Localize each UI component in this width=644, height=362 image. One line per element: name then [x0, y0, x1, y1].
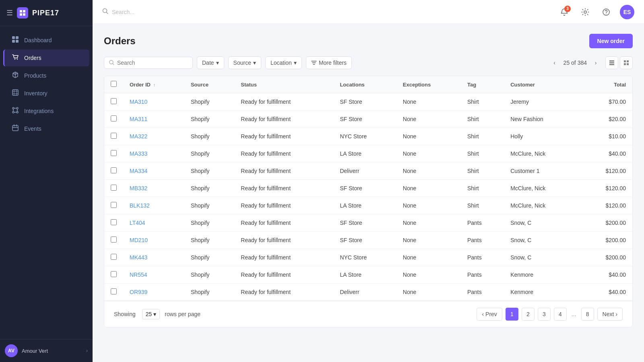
table-row: MK443 Shopify Ready for fulfillment NYC … [104, 249, 632, 266]
grid-view-button[interactable] [620, 56, 633, 69]
cell-total: $70.00 [580, 93, 632, 111]
settings-button[interactable] [578, 5, 592, 19]
row-checkbox[interactable] [111, 133, 117, 139]
order-id-link[interactable]: NR554 [130, 272, 147, 278]
row-checkbox[interactable] [111, 150, 117, 156]
orders-search-input[interactable] [117, 60, 188, 66]
cell-total: $40.00 [580, 284, 632, 301]
next-chevron-icon: › [615, 311, 617, 317]
select-all-checkbox[interactable] [111, 81, 117, 87]
row-checkbox[interactable] [111, 254, 117, 260]
help-button[interactable] [599, 5, 613, 19]
col-header-order-id: Order ID ↑ [123, 76, 184, 93]
topbar-search-input[interactable] [112, 9, 233, 15]
page-button-1[interactable]: 1 [506, 308, 518, 321]
table-row: MA333 Shopify Ready for fulfillment LA S… [104, 145, 632, 162]
order-id-link[interactable]: MA310 [130, 99, 147, 105]
svg-rect-0 [20, 10, 22, 12]
svg-rect-21 [609, 60, 614, 62]
row-checkbox[interactable] [111, 288, 117, 294]
page-button-2[interactable]: 2 [522, 308, 535, 321]
sidebar-item-label-inventory: Inventory [24, 90, 47, 97]
location-filter-button[interactable]: Location ▾ [265, 56, 302, 69]
order-id-link[interactable]: MA311 [130, 116, 147, 122]
page-button-4[interactable]: 4 [554, 308, 567, 321]
table-row: BLK132 Shopify Ready for fulfillment LA … [104, 197, 632, 214]
cell-order-id: NR554 [123, 266, 184, 284]
page-button-8[interactable]: 8 [581, 308, 594, 321]
footer-chevron-icon: › [86, 348, 88, 354]
cell-source: Shopify [184, 214, 234, 232]
date-filter-button[interactable]: Date ▾ [197, 56, 224, 69]
cell-source: Shopify [184, 93, 234, 111]
notification-badge: 3 [564, 6, 571, 12]
page-button-3[interactable]: 3 [538, 308, 551, 321]
row-checkbox[interactable] [111, 271, 117, 277]
row-checkbox[interactable] [111, 237, 117, 243]
cell-customer: Kenmore [504, 266, 580, 284]
more-filters-button[interactable]: More filters [306, 56, 352, 69]
date-chevron-icon: ▾ [216, 60, 219, 66]
sidebar-item-label-events: Events [24, 125, 41, 132]
cell-order-id: MD210 [123, 232, 184, 249]
source-filter-button[interactable]: Source ▾ [228, 56, 261, 69]
logo-text: PIPE17 [32, 9, 59, 17]
order-id-link[interactable]: MA334 [130, 168, 147, 174]
page-dots: ... [570, 311, 578, 317]
pagination-prev-arrow[interactable]: ‹ [549, 57, 560, 68]
svg-rect-2 [20, 13, 22, 16]
row-checkbox[interactable] [111, 219, 117, 225]
rows-per-page-select[interactable]: 25 ▾ [142, 309, 160, 319]
sidebar-header: ☰ PIPE17 [0, 0, 93, 26]
products-icon [11, 71, 19, 80]
table-view-button[interactable] [605, 56, 618, 69]
row-checkbox[interactable] [111, 167, 117, 173]
order-id-link[interactable]: MK443 [130, 254, 147, 261]
table-row: MB332 Shopify Ready for fulfillment SF S… [104, 180, 632, 197]
row-checkbox[interactable] [111, 98, 117, 104]
col-header-tag: Tag [461, 76, 504, 93]
sidebar-item-products[interactable]: Products [3, 67, 89, 84]
table-row: MA311 Shopify Ready for fulfillment SF S… [104, 111, 632, 128]
row-checkbox[interactable] [111, 115, 117, 121]
rows-per-page-text: rows per page [165, 311, 200, 317]
cell-tag: Pants [461, 232, 504, 249]
col-header-status: Status [234, 76, 333, 93]
hamburger-icon[interactable]: ☰ [6, 8, 13, 17]
cell-exceptions: None [396, 145, 461, 162]
row-checkbox[interactable] [111, 185, 117, 191]
order-id-link[interactable]: MA322 [130, 133, 147, 140]
new-order-button[interactable]: New order [589, 34, 633, 48]
cell-location: LA Store [333, 197, 396, 214]
orders-icon [11, 53, 19, 62]
order-id-link[interactable]: BLK132 [130, 202, 150, 209]
order-id-link[interactable]: MD210 [130, 237, 148, 243]
sidebar-item-orders[interactable]: Orders [3, 49, 89, 66]
cell-tag: Shirt [461, 145, 504, 162]
cell-status: Ready for fulfillment [234, 197, 333, 214]
cell-exceptions: None [396, 93, 461, 111]
user-avatar[interactable]: ES [620, 5, 634, 19]
order-id-link[interactable]: MB332 [130, 185, 147, 191]
prev-page-button[interactable]: ‹ Prev [477, 308, 502, 321]
cell-location: LA Store [333, 145, 396, 162]
order-id-link[interactable]: MA333 [130, 150, 147, 157]
sidebar-footer[interactable]: AV Amour Vert › [0, 339, 93, 362]
filters-bar: Date ▾ Source ▾ Location ▾ More filters … [104, 56, 633, 69]
row-checkbox[interactable] [111, 202, 117, 208]
row-checkbox-cell [104, 162, 123, 180]
next-page-button[interactable]: Next › [597, 308, 623, 321]
sidebar-item-events[interactable]: Events [3, 120, 89, 137]
order-id-link[interactable]: OR939 [130, 289, 147, 295]
cell-tag: Shirt [461, 162, 504, 180]
sidebar-item-inventory[interactable]: Inventory [3, 85, 89, 102]
cell-customer: Snow, C [504, 232, 580, 249]
rows-per-page-chevron: ▾ [153, 311, 156, 317]
pagination-next-arrow[interactable]: › [590, 57, 601, 68]
sidebar-item-dashboard[interactable]: Dashboard [3, 32, 89, 49]
cell-source: Shopify [184, 145, 234, 162]
notification-button[interactable]: 3 [557, 5, 572, 19]
cell-source: Shopify [184, 128, 234, 145]
sidebar-item-integrations[interactable]: Integrations [3, 103, 89, 119]
order-id-link[interactable]: LT404 [130, 220, 145, 226]
